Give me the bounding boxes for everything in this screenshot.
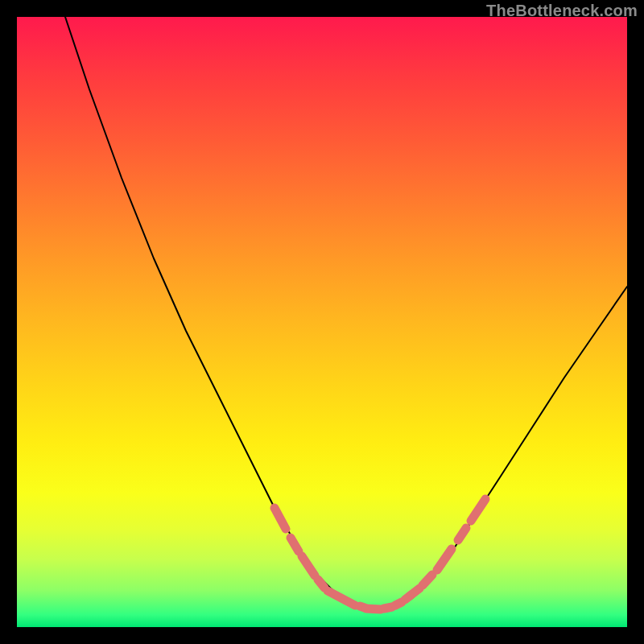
highlight-dash	[405, 588, 419, 600]
highlight-dash	[395, 602, 402, 605]
highlight-dash	[471, 499, 485, 521]
highlight-dash	[437, 549, 452, 570]
highlight-dash	[384, 607, 392, 609]
highlight-dash	[302, 556, 315, 576]
chart-svg	[17, 17, 627, 627]
highlight-dash	[318, 580, 324, 588]
highlight-dash	[328, 591, 355, 605]
highlight-dash	[366, 609, 381, 609]
chart-plot-area	[17, 17, 627, 627]
highlight-dash	[423, 575, 432, 585]
highlight-dash	[291, 538, 299, 551]
highlight-dash	[275, 508, 286, 529]
watermark-text: TheBottleneck.com	[486, 2, 638, 20]
highlight-dash	[458, 528, 466, 540]
bottleneck-curve	[65, 17, 627, 609]
